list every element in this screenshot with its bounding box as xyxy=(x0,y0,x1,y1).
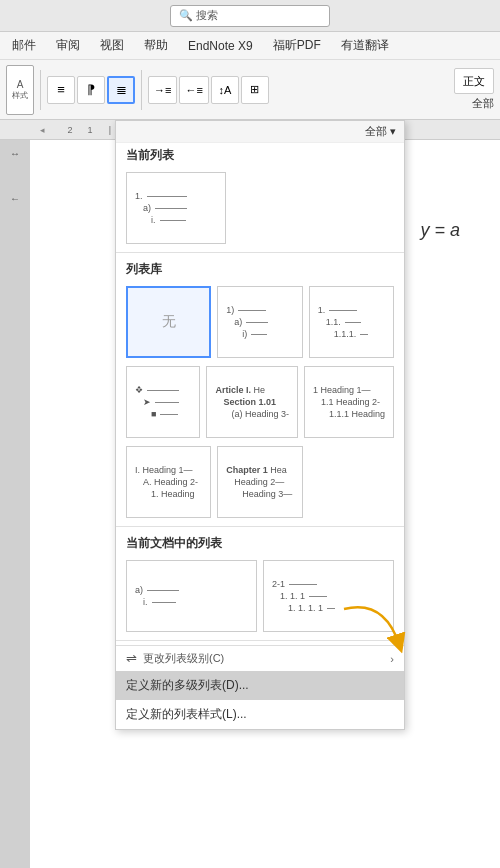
left-icon-1: ↔ xyxy=(10,148,20,159)
search-placeholder: 搜索 xyxy=(196,8,218,23)
library-item-3[interactable]: ❖ ➤ ■ xyxy=(126,366,200,438)
border-btn[interactable]: ⊞ xyxy=(241,76,269,104)
preview-line-1: 1. xyxy=(135,191,187,201)
menu-help[interactable]: 帮助 xyxy=(140,35,172,56)
lib4-line2: Section 1.01 xyxy=(223,397,276,407)
lib6-line3: 1. Heading xyxy=(151,489,195,499)
lib1-line3: i) xyxy=(242,329,267,339)
doc-lists-grid: a) i. 2-1 1. 1. 1 1. 1. xyxy=(116,556,404,636)
library-item-1[interactable]: 1) a) i) xyxy=(217,286,302,358)
style-icon-btn[interactable]: A 样式 xyxy=(6,65,34,115)
title-bar: 🔍 搜索 xyxy=(0,0,500,32)
menu-view[interactable]: 视图 xyxy=(96,35,128,56)
list-library-title: 列表库 xyxy=(116,257,404,282)
change-level-label: 更改列表级别(C) xyxy=(143,651,224,666)
current-list-grid: 1. a) i. xyxy=(116,168,404,248)
filter-all-btn[interactable]: 全部 ▾ xyxy=(365,124,396,139)
library-item-placeholder xyxy=(309,446,394,518)
lib6-line1: I. Heading 1— xyxy=(135,465,193,475)
numbered-list-btn[interactable]: ⁋ xyxy=(77,76,105,104)
indent-left-btn[interactable]: ←≡ xyxy=(179,76,208,104)
doc1-line1: 2-1 xyxy=(272,579,317,589)
define-multilevel-label: 定义新的多级列表(D)... xyxy=(126,677,249,694)
menu-review[interactable]: 审阅 xyxy=(52,35,84,56)
lib7-line2: Heading 2— xyxy=(234,477,284,487)
ribbon: A 样式 ≡ ⁋ ≣ →≡ ←≡ ↕A ⊞ 正文 全部 xyxy=(0,60,500,120)
multilevel-list-btn[interactable]: ≣ xyxy=(107,76,135,104)
library-item-none[interactable]: 无 xyxy=(126,286,211,358)
formula-text: y = a xyxy=(420,220,460,240)
lib7-line1: Chapter 1 Hea xyxy=(226,465,287,475)
doc-list-item-0[interactable]: a) i. xyxy=(126,560,257,632)
library-item-7[interactable]: Chapter 1 Hea Heading 2— Heading 3— xyxy=(217,446,302,518)
lib5-line3: 1.1.1 Heading xyxy=(329,409,385,419)
library-item-4[interactable]: Article I. He Section 1.01 (a) Heading 3… xyxy=(206,366,298,438)
doc-list-item-1[interactable]: 2-1 1. 1. 1 1. 1. 1. 1 xyxy=(263,560,394,632)
library-item-6[interactable]: I. Heading 1— A. Heading 2- 1. Heading xyxy=(126,446,211,518)
divider-before-actions xyxy=(116,640,404,641)
define-style-label: 定义新的列表样式(L)... xyxy=(126,706,247,723)
indent-buttons-group: →≡ ←≡ ↕A ⊞ xyxy=(148,76,269,104)
lib3-line2: ➤ xyxy=(143,397,179,407)
dash-2 xyxy=(155,208,187,209)
library-item-2[interactable]: 1. 1.1. 1.1.1. xyxy=(309,286,394,358)
doc1-line2: 1. 1. 1 xyxy=(280,591,327,601)
bullet-list-btn[interactable]: ≡ xyxy=(47,76,75,104)
ruler-left: ◂ xyxy=(40,125,60,135)
dash-1 xyxy=(147,196,187,197)
divider-1 xyxy=(40,70,41,110)
change-level-row[interactable]: ⇌ 更改列表级别(C) › xyxy=(116,646,404,671)
library-grid-row2: ❖ ➤ ■ Article I. He Section 1.01 xyxy=(116,362,404,442)
change-level-icon: ⇌ xyxy=(126,651,137,666)
lib5-line2: 1.1 Heading 2- xyxy=(321,397,380,407)
lib5-line1: 1 Heading 1— xyxy=(313,385,371,395)
dash-3 xyxy=(160,220,186,221)
lib2-line1: 1. xyxy=(318,305,358,315)
preview-line-2: a) xyxy=(143,203,187,213)
menu-bar: 邮件 审阅 视图 帮助 EndNote X9 福昕PDF 有道翻译 xyxy=(0,32,500,60)
library-grid-row3: I. Heading 1— A. Heading 2- 1. Heading C… xyxy=(116,442,404,522)
current-list-preview[interactable]: 1. a) i. xyxy=(126,172,226,244)
dropdown-menu: 全部 ▾ 当前列表 1. a) i. 列表库 xyxy=(115,120,405,730)
lib1-line1: 1) xyxy=(226,305,266,315)
doc1-line3: 1. 1. 1. 1 xyxy=(288,603,335,613)
sort-btn[interactable]: ↕A xyxy=(211,76,239,104)
menu-youdao[interactable]: 有道翻译 xyxy=(337,35,393,56)
style-area: 正文 全部 xyxy=(454,68,494,111)
lib2-line3: 1.1.1. xyxy=(334,329,369,339)
list-buttons-group: ≡ ⁋ ≣ xyxy=(47,76,135,104)
left-icon-2: ← xyxy=(10,193,20,204)
current-list-title: 当前列表 xyxy=(116,143,404,168)
chevron-right-icon: › xyxy=(390,653,394,665)
library-item-5[interactable]: 1 Heading 1— 1.1 Heading 2- 1.1.1 Headin… xyxy=(304,366,394,438)
menu-foxitpdf[interactable]: 福昕PDF xyxy=(269,35,325,56)
define-multilevel-btn[interactable]: 定义新的多级列表(D)... xyxy=(116,671,404,700)
menu-endnote[interactable]: EndNote X9 xyxy=(184,37,257,55)
doc-area: ◂ 2 1 | 1 2 3 18 19 20 21 ↔ ← y = a 全部 ▾ xyxy=(0,120,500,868)
library-grid-row1: 无 1) a) i) 1. xyxy=(116,282,404,362)
menu-mail[interactable]: 邮件 xyxy=(8,35,40,56)
search-box[interactable]: 🔍 搜索 xyxy=(170,5,330,27)
lib6-line2: A. Heading 2- xyxy=(143,477,198,487)
lib1-line2: a) xyxy=(234,317,268,327)
define-style-btn[interactable]: 定义新的列表样式(L)... xyxy=(116,700,404,729)
math-formula: y = a xyxy=(420,220,460,241)
lib7-line3: Heading 3— xyxy=(242,489,292,499)
style-icon-a: A xyxy=(17,79,24,90)
filter-label: 全部 xyxy=(472,96,494,111)
lib3-line1: ❖ xyxy=(135,385,179,395)
search-icon: 🔍 xyxy=(179,9,193,22)
filter-text: 全部 xyxy=(472,97,494,109)
style-icon-label: 样式 xyxy=(12,90,28,101)
doc0-line1: a) xyxy=(135,585,179,595)
dropdown-header: 全部 ▾ xyxy=(116,121,404,143)
lib2-line2: 1.1. xyxy=(326,317,361,327)
lib4-line3: (a) Heading 3- xyxy=(231,409,289,419)
doc-left-panel: ↔ ← xyxy=(0,140,30,868)
divider-2 xyxy=(141,70,142,110)
indent-right-btn[interactable]: →≡ xyxy=(148,76,177,104)
divider-after-library xyxy=(116,526,404,527)
none-label: 无 xyxy=(162,313,176,331)
preview-line-3: i. xyxy=(151,215,186,225)
style-name[interactable]: 正文 xyxy=(454,68,494,94)
